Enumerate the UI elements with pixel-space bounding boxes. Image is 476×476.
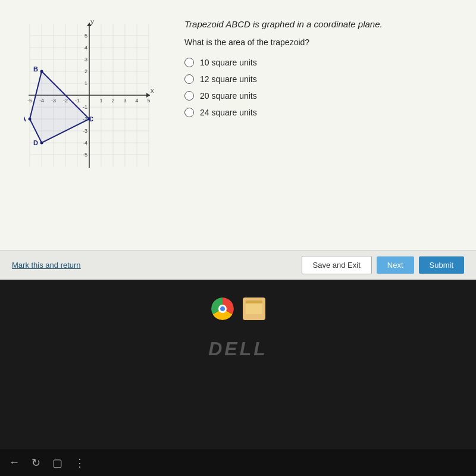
option-item-4[interactable]: 24 square units [184, 108, 458, 117]
question-subtitle: What is the area of the trapezoid? [184, 37, 458, 47]
chrome-icon[interactable] [211, 298, 234, 320]
dell-logo: DELL [208, 338, 268, 360]
option-label-3: 20 square units [200, 91, 257, 101]
question-section: Trapezoid ABCD is graphed in a coordinat… [167, 12, 458, 274]
option-item-3[interactable]: 20 square units [184, 91, 458, 101]
quiz-content: Trapezoid ABCD is graphed in a coordinat… [0, 0, 476, 280]
chrome-icon-center [218, 305, 227, 313]
next-button[interactable]: Next [377, 256, 414, 274]
option-label-4: 24 square units [200, 108, 257, 117]
dock-icons [211, 298, 265, 320]
graph-section [12, 12, 167, 274]
answer-options-list: 10 square units 12 square units 20 squar… [184, 58, 458, 117]
desktop-area: DELL [0, 280, 476, 476]
system-bar: ← ↻ ▢ ⋮ [0, 449, 476, 476]
grid-button[interactable]: ⋮ [74, 456, 85, 469]
radio-button-3[interactable] [184, 91, 194, 101]
refresh-button[interactable]: ↻ [32, 456, 40, 469]
option-item-2[interactable]: 12 square units [184, 74, 458, 84]
option-label-2: 12 square units [200, 74, 257, 84]
radio-button-1[interactable] [184, 58, 194, 67]
files-icon[interactable] [243, 298, 265, 320]
bottom-action-bar: Mark this and return Save and Exit Next … [0, 250, 476, 280]
radio-button-2[interactable] [184, 74, 194, 84]
window-button[interactable]: ▢ [52, 456, 62, 469]
chrome-icon-graphic [211, 298, 234, 320]
coordinate-graph [24, 18, 155, 173]
quiz-container: Trapezoid ABCD is graphed in a coordinat… [0, 0, 476, 280]
save-exit-button[interactable]: Save and Exit [302, 256, 372, 274]
submit-button[interactable]: Submit [419, 256, 464, 274]
question-title: Trapezoid ABCD is graphed in a coordinat… [184, 18, 458, 30]
option-item-1[interactable]: 10 square units [184, 58, 458, 67]
radio-button-4[interactable] [184, 108, 194, 117]
back-button[interactable]: ← [9, 456, 20, 469]
option-label-1: 10 square units [200, 58, 257, 67]
mark-return-link[interactable]: Mark this and return [12, 261, 81, 270]
